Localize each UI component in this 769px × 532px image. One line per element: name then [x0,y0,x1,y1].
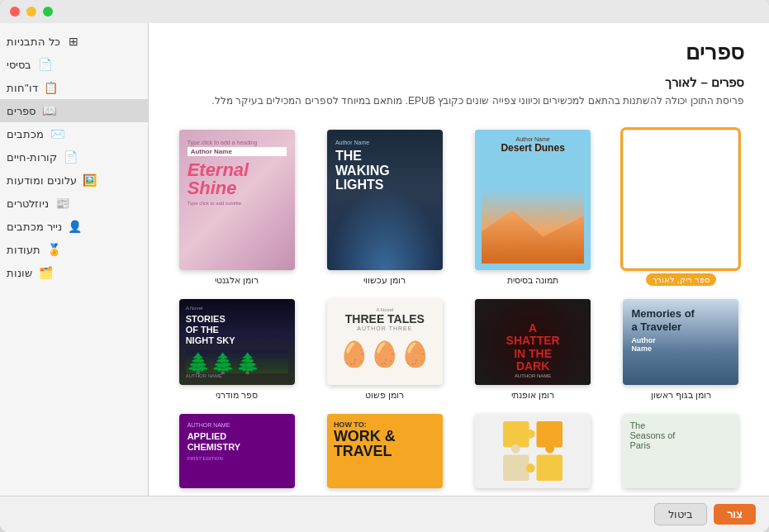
cancel-button[interactable]: ביטול [654,503,707,525]
template-item-shatter[interactable]: ASHATTERIN THEDARK AUTHOR NAME רומן אופנ… [465,299,601,401]
sidebar-icon-basic: 📄 [38,58,51,71]
svg-rect-2 [503,454,529,481]
section-title: ספרים – לאורך [173,75,744,90]
sidebar-label-misc: שונות [7,267,32,279]
template-item-empty[interactable]: ספר ריק, לאורך [613,130,749,286]
titlebar [0,0,769,23]
templates-grid: Type click to add a heading Author Name … [149,116,769,496]
template-label-desert-basic: תמונה בסיסית [507,275,558,286]
svg-rect-0 [503,421,529,448]
section-desc: פריסת התוכן יכולה להשתנות בהתאם למכשירים… [173,93,744,108]
template-item-night-sky[interactable]: A Novel STORIESOF THENIGHT SKY AUTHOR NA… [169,299,305,401]
template-label-roman-visual: רומן עכשווי [363,275,406,286]
template-empty-badge: ספר ריק, לאורך [646,273,715,286]
template-item-three-tales[interactable]: A Novel THREE TALES AUTHOR THREE 🥚🥚🥚 רומ… [316,299,453,401]
sidebar-label-stationery: נייר מכתבים [7,221,62,233]
template-label-roman-elegant: רומן אלגנטי [215,275,259,286]
sidebar: ⊞כל התבניות📄בסיסי📋דו"חות📖ספרים✉️מכתבים📄ק… [0,23,149,496]
content-area: ספרים ספרים – לאורך פריסת התוכן יכולה לה… [149,23,769,496]
template-item-roman-elegant[interactable]: Type click to add a heading Author Name … [169,130,305,286]
sidebar-item-misc[interactable]: 🗂️שונות [0,261,148,284]
svg-point-4 [526,429,535,438]
sidebar-item-posters[interactable]: 🖼️עלונים ומודעות [0,169,148,192]
template-item-puzzle[interactable] [465,414,601,488]
sidebar-icon-stationery: 👤 [69,220,82,233]
svg-rect-3 [537,454,563,481]
svg-point-7 [526,463,535,473]
sidebar-icon-letters: ✉️ [50,127,64,140]
template-label-night-sky: ספר מודרני [216,390,258,401]
svg-point-5 [511,444,520,453]
page-title: ספרים [173,40,744,65]
sidebar-icon-newsletters: 📰 [55,197,69,210]
sidebar-item-books[interactable]: 📖ספרים [0,99,148,122]
template-item-memories[interactable]: Memories ofa Traveler AuthorName רומן בג… [613,299,749,401]
sidebar-icon-certificates: 🏅 [47,243,60,256]
sidebar-label-newsletters: ניוזלטרים [7,197,49,210]
main-content: ⊞כל התבניות📄בסיסי📋דו"חות📖ספרים✉️מכתבים📄ק… [0,23,769,496]
app-window: ⊞כל התבניות📄בסיסי📋דו"חות📖ספרים✉️מכתבים📄ק… [0,0,769,532]
content-header: ספרים ספרים – לאורך פריסת התוכן יכולה לה… [149,23,769,116]
template-label-memories: רומן בגוף ראשון [651,390,711,401]
sidebar-item-all-templates[interactable]: ⊞כל התבניות [0,30,148,53]
zoom-button[interactable] [43,7,53,17]
sidebar-label-all-templates: כל התבניות [7,36,60,48]
template-item-work-travel[interactable]: HOW TO: WORK &TRAVEL [316,414,453,488]
sidebar-label-letters: מכתבים [7,128,44,140]
svg-rect-1 [537,421,563,448]
template-item-chemistry[interactable]: Author Name APPLIEDCHEMISTRY First Editi… [169,414,305,488]
sidebar-label-basic: בסיסי [7,59,31,71]
sidebar-label-certificates: תעודות [7,244,40,256]
template-item-seasons[interactable]: TheSeasons ofParis [613,414,749,488]
sidebar-item-certificates[interactable]: 🏅תעודות [0,238,148,261]
sidebar-item-reports[interactable]: 📋דו"חות [0,76,148,99]
sidebar-item-letters[interactable]: ✉️מכתבים [0,122,148,145]
template-item-desert-basic[interactable]: Author Name Desert Dunes תמונה בסיסית [465,130,601,286]
sidebar-icon-misc: 🗂️ [39,266,52,279]
svg-point-6 [545,444,554,453]
template-item-roman-visual[interactable]: Author Name THEWAKINGLIGHTS רומן עכשווי [316,130,453,286]
sidebar-icon-posters: 🖼️ [83,173,97,187]
template-label-shatter: רומן אופנתי [511,390,554,401]
sidebar-label-posters: עלונים ומודעות [7,174,77,187]
sidebar-icon-resumes: 📄 [64,150,77,164]
bottom-bar: ביטול צור [0,496,769,532]
close-button[interactable] [10,7,20,17]
create-button[interactable]: צור [714,504,756,525]
sidebar-item-stationery[interactable]: 👤נייר מכתבים [0,215,148,238]
sidebar-label-resumes: קורות-חיים [7,151,57,164]
sidebar-item-resumes[interactable]: 📄קורות-חיים [0,145,148,169]
template-label-three-tales: רומן פשוט [365,390,404,401]
sidebar-icon-books: 📖 [42,104,55,117]
sidebar-item-newsletters[interactable]: 📰ניוזלטרים [0,192,148,215]
sidebar-icon-all-templates: ⊞ [67,35,80,48]
minimize-button[interactable] [26,7,36,17]
sidebar-label-reports: דו"חות [7,82,38,94]
sidebar-label-books: ספרים [7,105,36,117]
sidebar-icon-reports: 📋 [45,81,58,94]
sidebar-item-basic[interactable]: 📄בסיסי [0,53,148,76]
